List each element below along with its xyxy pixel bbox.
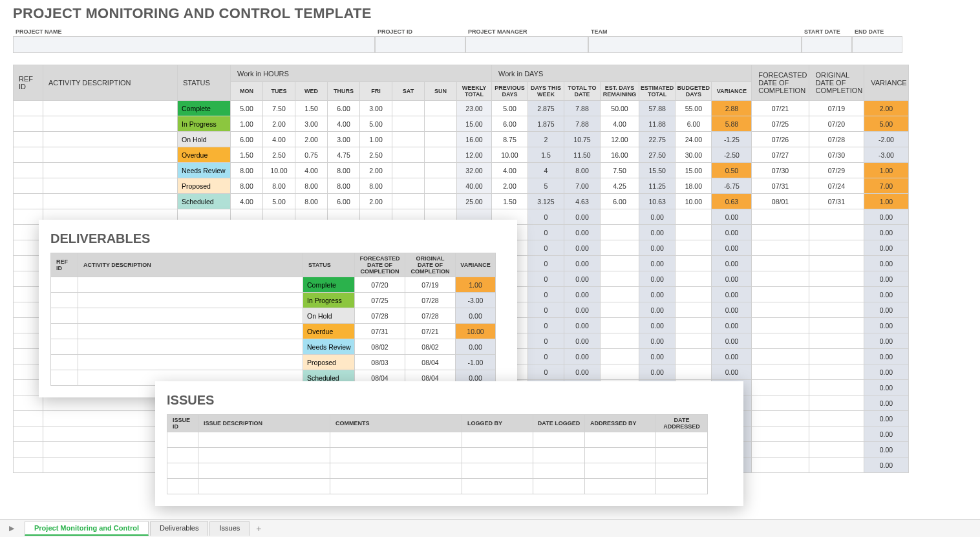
group-hours: Work in HOURS [231,65,492,82]
deliverables-table[interactable]: REF ID ACTIVITY DESCRIPTION STATUS FOREC… [50,253,496,386]
input-end-date[interactable] [852,36,902,53]
col-mon: MON [231,82,263,101]
dlv-col-var: VARIANCE [456,253,496,277]
col-weekly-total: WEEKLY TOTAL [457,82,492,101]
iss-col-date-logged: DATE LOGGED [533,415,585,432]
col-total-to-date: TOTAL TO DATE [564,82,601,101]
iss-col-desc: ISSUE DESCRIPTION [198,415,330,432]
iss-col-id: ISSUE ID [167,415,198,432]
table-row[interactable]: Needs Review 08/0208/020.00 [51,339,496,355]
col-variance: VARIANCE [712,82,752,101]
col-fri: FRI [360,82,392,101]
page-title: PROJECT MONITORING AND CONTROL TEMPLATE [0,0,980,25]
table-row[interactable]: Proposed 8.008.008.008.008.00 40.00 2.00… [14,178,909,194]
table-row[interactable]: Scheduled 4.005.008.006.002.00 25.00 1.5… [14,194,909,209]
col-budgeted: BUDGETED DAYS [676,82,712,101]
issues-card: ISSUES ISSUE ID ISSUE DESCRIPTION COMMEN… [155,381,743,506]
col-est-days-remaining: EST. DAYS REMAINING [601,82,639,101]
col-sat: SAT [392,82,425,101]
label-end-date: END DATE [852,25,902,36]
table-row[interactable]: Complete 07/2007/191.00 [51,277,496,293]
sheet-tab[interactable]: Issues [209,521,250,536]
col-variance2: VARIANCE [864,65,908,101]
deliverables-card: DELIVERABLES REF ID ACTIVITY DESCRIPTION… [39,220,517,397]
table-row[interactable]: Overdue 07/3107/2110.00 [51,324,496,339]
dlv-col-activity: ACTIVITY DESCRIPTION [78,253,303,277]
table-row[interactable] [167,432,708,448]
label-start-date: START DATE [802,25,852,36]
col-ref-id: REF ID [14,65,43,101]
deliverables-title: DELIVERABLES [50,231,506,246]
table-row[interactable]: Overdue 1.502.500.754.752.50 12.00 10.00… [14,147,909,163]
input-start-date[interactable] [802,36,852,53]
table-row[interactable]: In Progress 07/2507/28-3.00 [51,293,496,308]
input-project-manager[interactable] [465,36,588,53]
iss-col-addressed-by: ADDRESSED BY [585,415,656,432]
dlv-col-od: ORIGINAL DATE OF COMPLETION [405,253,456,277]
input-project-id[interactable] [375,36,465,53]
table-row[interactable]: Needs Review 8.0010.004.008.002.00 32.00… [14,163,909,178]
input-project-name[interactable] [13,36,375,53]
iss-col-comments: COMMENTS [330,415,462,432]
sheet-nav-icon[interactable]: ▶ [5,522,18,535]
iss-col-logged-by: LOGGED BY [462,415,533,432]
table-row[interactable]: On Hold 6.004.002.003.001.00 16.00 8.752… [14,132,909,147]
col-sun: SUN [425,82,457,101]
input-team[interactable] [588,36,802,53]
col-thu: THURS [328,82,360,101]
table-row[interactable]: Proposed 08/0308/04-1.00 [51,355,496,370]
add-sheet-button[interactable]: + [251,523,266,534]
label-project-id: PROJECT ID [375,25,465,36]
table-row[interactable] [167,463,708,479]
col-original: ORIGINAL DATE OF COMPLETION [809,65,864,101]
col-est-total: ESTIMATED TOTAL [639,82,676,101]
table-row[interactable]: In Progress 1.002.003.004.005.00 15.00 6… [14,116,909,132]
col-days-this-week: DAYS THIS WEEK [528,82,564,101]
table-row[interactable] [167,479,708,494]
col-forecasted: FORECASTED DATE OF COMPLETION [752,65,809,101]
project-info-bar: PROJECT NAME PROJECT ID PROJECT MANAGER … [0,25,980,53]
dlv-col-fc: FORECASTED DATE OF COMPLETION [355,253,405,277]
iss-col-date-addressed: DATE ADDRESSED [656,415,708,432]
issues-title: ISSUES [167,393,732,408]
sheet-tab-bar: ▶ Project Monitoring and ControlDelivera… [0,519,980,537]
col-prev-days: PREVIOUS DAYS [492,82,528,101]
label-project-manager: PROJECT MANAGER [465,25,588,36]
table-row[interactable] [167,448,708,463]
issues-table[interactable]: ISSUE ID ISSUE DESCRIPTION COMMENTS LOGG… [167,414,708,494]
col-wed: WED [295,82,328,101]
label-project-name: PROJECT NAME [13,25,375,36]
col-activity: ACTIVITY DESCRIPTION [43,65,178,101]
col-tue: TUES [263,82,295,101]
group-days: Work in DAYS [492,65,752,82]
label-team: TEAM [588,25,802,36]
sheet-tab[interactable]: Project Monitoring and Control [25,521,149,536]
dlv-col-status: STATUS [303,253,355,277]
sheet-tab[interactable]: Deliverables [150,521,209,536]
table-row[interactable]: Complete 5.007.501.506.003.00 23.00 5.00… [14,101,909,116]
col-status: STATUS [178,65,231,101]
table-row[interactable]: On Hold 07/2807/280.00 [51,308,496,324]
dlv-col-ref: REF ID [51,253,78,277]
